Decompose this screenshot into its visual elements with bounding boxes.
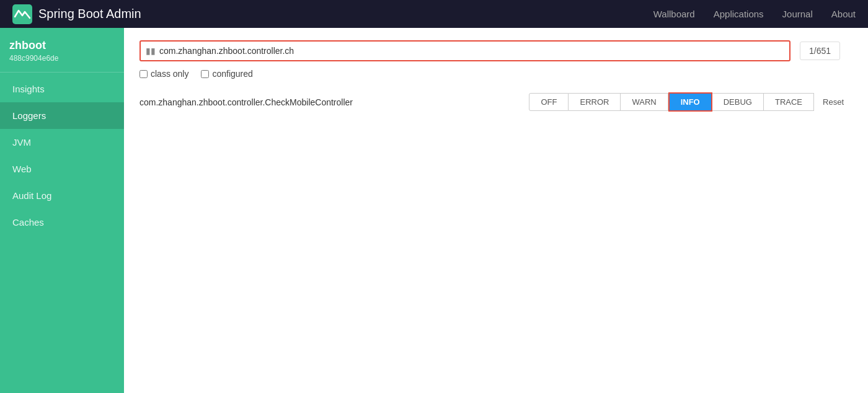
checkbox-configured-label[interactable]: configured (201, 69, 252, 79)
sidebar-item-insights[interactable]: Insights (0, 76, 124, 102)
reset-button[interactable]: Reset (814, 94, 852, 110)
log-btn-off[interactable]: OFF (529, 93, 569, 111)
app-name: zhboot (9, 39, 115, 52)
app-id: 488c9904e6de (9, 54, 115, 63)
log-btn-trace[interactable]: TRACE (764, 93, 814, 111)
filter-count: 1/651 (800, 42, 840, 60)
layout: zhboot 488c9904e6de Insights Loggers JVM… (0, 28, 868, 393)
logo-icon (12, 4, 32, 24)
sidebar-header: zhboot 488c9904e6de (0, 28, 124, 73)
sidebar-nav: Insights Loggers JVM Web Audit Log Cache… (0, 73, 124, 236)
sidebar-item-caches[interactable]: Caches (0, 209, 124, 236)
main-content: ▮▮ 1/651 class only configured com.zhang… (124, 28, 868, 393)
nav-journal[interactable]: Journal (782, 9, 813, 19)
nav-wallboard[interactable]: Wallboard (653, 9, 695, 19)
checkbox-configured-text: configured (212, 69, 252, 79)
checkboxes-row: class only configured (140, 69, 852, 79)
sidebar: zhboot 488c9904e6de Insights Loggers JVM… (0, 28, 124, 393)
nav-links: Wallboard Applications Journal About (653, 9, 856, 19)
checkbox-class-only[interactable] (140, 70, 148, 78)
app-title: Spring Boot Admin (38, 7, 141, 21)
nav-about[interactable]: About (831, 9, 856, 19)
sidebar-item-web[interactable]: Web (0, 156, 124, 182)
logger-buttons: OFF ERROR WARN INFO DEBUG TRACE Reset (529, 92, 852, 112)
navbar: Spring Boot Admin Wallboard Applications… (0, 0, 868, 28)
filter-icon: ▮▮ (146, 46, 156, 56)
nav-applications[interactable]: Applications (714, 9, 764, 19)
log-btn-info[interactable]: INFO (668, 92, 712, 112)
checkbox-class-only-label[interactable]: class only (140, 69, 188, 79)
log-btn-error[interactable]: ERROR (569, 93, 621, 111)
sidebar-item-jvm[interactable]: JVM (0, 129, 124, 156)
filter-input-wrapper: ▮▮ (140, 40, 790, 61)
logger-row: com.zhanghan.zhboot.controller.CheckMobi… (140, 89, 852, 115)
sidebar-item-audit-log[interactable]: Audit Log (0, 182, 124, 209)
checkbox-configured[interactable] (201, 70, 209, 78)
brand: Spring Boot Admin (12, 4, 141, 24)
log-btn-warn[interactable]: WARN (621, 93, 668, 111)
log-btn-debug[interactable]: DEBUG (712, 93, 764, 111)
filter-input[interactable] (159, 42, 784, 60)
logger-name: com.zhanghan.zhboot.controller.CheckMobi… (140, 97, 353, 107)
filter-row: ▮▮ 1/651 (140, 40, 852, 61)
sidebar-item-loggers[interactable]: Loggers (0, 102, 124, 129)
checkbox-class-only-text: class only (151, 69, 188, 79)
